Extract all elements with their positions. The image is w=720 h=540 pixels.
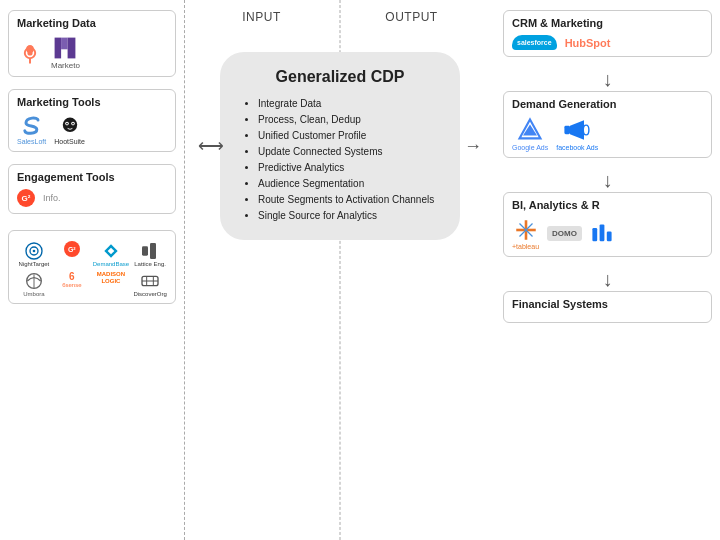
umbora-logo: Umbora: [17, 271, 51, 297]
salesforce-logo: salesforce: [512, 35, 557, 50]
cdp-features-list: Integrate Data Process, Clean, Dedup Uni…: [240, 96, 440, 224]
demand-gen-section: Demand Generation Google Ads: [503, 91, 712, 158]
marketo-logo-item: Marketo: [51, 35, 80, 70]
bottom-logos-grid: NightTarget G² DemandBase: [17, 241, 167, 297]
sixsense-label: 6sense: [62, 282, 81, 288]
svg-rect-16: [142, 246, 148, 255]
hubspot-right-icon: HubSpot: [565, 37, 611, 49]
marketo-label: Marketo: [51, 61, 80, 70]
crm-logos: salesforce HubSpot: [512, 35, 703, 50]
discoverorg-label: DiscoverOrg: [133, 291, 166, 297]
discoverorg-icon: [140, 271, 160, 291]
svg-rect-17: [150, 243, 156, 259]
left-bidirectional-arrow: ⟷: [198, 135, 224, 157]
feature-predictive: Predictive Analytics: [258, 160, 440, 176]
svg-rect-5: [55, 38, 62, 59]
demandbase-label: DemandBase: [93, 261, 129, 267]
info-logo-item: Info.: [43, 193, 61, 203]
output-label: OUTPUT: [385, 10, 437, 24]
hootsuite-logo-item: HootSuite: [54, 114, 85, 145]
feature-route: Route Segments to Activation Channels: [258, 192, 440, 208]
demand-gen-logos: Google Ads facebook Ads: [512, 116, 703, 151]
hubspot-right-logo: HubSpot: [565, 37, 611, 49]
bi-analytics-title: BI, Analytics & R: [512, 199, 703, 211]
g2-icon: G²: [17, 189, 35, 207]
svg-rect-6: [62, 38, 69, 50]
sixsense-icon: 6: [69, 271, 75, 282]
salesloft-logo-item: SalesLoft: [17, 114, 46, 145]
engagement-tools-title: Engagement Tools: [17, 171, 167, 183]
cdp-box: Generalized CDP Integrate Data Process, …: [220, 52, 460, 240]
discoverorg-logo: DiscoverOrg: [133, 271, 167, 297]
marketing-data-title: Marketing Data: [17, 17, 167, 29]
tableau-logo: +tableau: [512, 217, 539, 250]
google-ads-icon: [516, 116, 544, 144]
financial-section: Financial Systems: [503, 291, 712, 323]
feature-audience: Audience Segmentation: [258, 176, 440, 192]
right-arrow: →: [464, 136, 482, 157]
marketing-data-logos: Marketo: [17, 35, 167, 70]
g2-bottom-logo: G²: [55, 241, 89, 267]
engagement-tools-logos: G² Info.: [17, 189, 167, 207]
tableau-icon: [513, 217, 539, 243]
svg-rect-34: [607, 231, 612, 241]
svg-rect-33: [600, 224, 605, 241]
feature-integrate: Integrate Data: [258, 96, 440, 112]
marketing-tools-section: Marketing Tools SalesLoft: [8, 89, 176, 152]
facebook-ads-icon: [563, 116, 591, 144]
left-column: Marketing Data: [0, 0, 185, 540]
marketing-tools-logos: SalesLoft HootSuite: [17, 114, 167, 145]
demand-gen-title: Demand Generation: [512, 98, 703, 110]
nighttarget-label: NightTarget: [19, 261, 50, 267]
domo-icon: DOMO: [547, 226, 582, 241]
marketing-data-section: Marketing Data: [8, 10, 176, 77]
feature-process: Process, Clean, Dedup: [258, 112, 440, 128]
svg-point-11: [66, 123, 68, 125]
demandbase-icon: [101, 241, 121, 261]
io-labels: INPUT OUTPUT: [190, 10, 490, 24]
hootsuite-label: HootSuite: [54, 138, 85, 145]
umbora-label: Umbora: [23, 291, 44, 297]
center-column: INPUT OUTPUT ⟷ → Generalized CDP Integra…: [185, 0, 495, 540]
nighttarget-logo: NightTarget: [17, 241, 51, 267]
financial-title: Financial Systems: [512, 298, 703, 310]
salesforce-icon: salesforce: [512, 35, 557, 50]
domo-logo: DOMO: [547, 226, 582, 241]
info-label: Info.: [43, 193, 61, 203]
lattice-logo: Lattice Eng.: [133, 241, 167, 267]
down-arrow-3: ↓: [503, 269, 712, 289]
analytics3-logo: [590, 222, 614, 246]
hubspot-icon: [17, 40, 43, 66]
down-arrow-1: ↓: [503, 69, 712, 89]
svg-point-12: [72, 123, 74, 125]
cdp-title: Generalized CDP: [240, 68, 440, 86]
tableau-label: +tableau: [512, 243, 539, 250]
feature-single-source: Single Source for Analytics: [258, 208, 440, 224]
demandbase-logo: DemandBase: [93, 241, 129, 267]
feature-unified: Unified Customer Profile: [258, 128, 440, 144]
salesloft-label: SalesLoft: [17, 138, 46, 145]
madison-label: MADISONLOGIC: [97, 271, 125, 284]
g2-bottom-icon: G²: [64, 241, 80, 257]
svg-point-15: [33, 250, 36, 253]
facebook-ads-label: facebook Ads: [556, 144, 598, 151]
marketing-tools-title: Marketing Tools: [17, 96, 167, 108]
svg-rect-26: [565, 126, 571, 134]
feature-update: Update Connected Systems: [258, 144, 440, 160]
engagement-tools-section: Engagement Tools G² Info.: [8, 164, 176, 214]
svg-point-4: [27, 50, 32, 55]
google-ads-label: Google Ads: [512, 144, 548, 151]
svg-point-27: [584, 125, 590, 135]
crm-marketing-title: CRM & Marketing: [512, 17, 703, 29]
svg-rect-32: [592, 228, 597, 241]
crm-marketing-section: CRM & Marketing salesforce HubSpot: [503, 10, 712, 57]
hootsuite-icon: [58, 114, 82, 138]
main-layout: Marketing Data: [0, 0, 720, 540]
google-ads-logo: Google Ads: [512, 116, 548, 151]
bi-analytics-logos: +tableau DOMO: [512, 217, 703, 250]
g2-logo-item: G²: [17, 189, 35, 207]
svg-rect-7: [68, 38, 76, 59]
madison-logo: MADISONLOGIC: [93, 271, 129, 297]
bottom-logos-section: NightTarget G² DemandBase: [8, 230, 176, 304]
lattice-icon: [140, 241, 160, 261]
